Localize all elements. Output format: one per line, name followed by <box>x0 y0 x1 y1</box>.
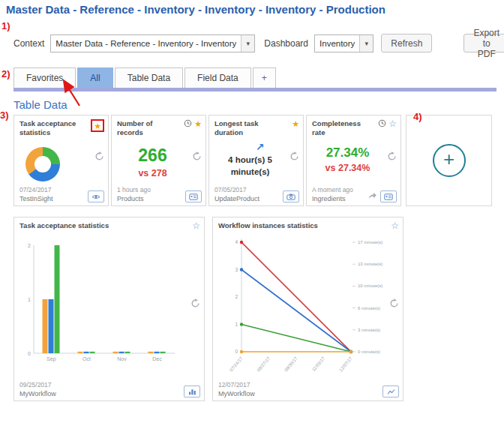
svg-text:10 minute(s): 10 minute(s) <box>358 284 382 289</box>
svg-text:07/24/17: 07/24/17 <box>229 356 244 373</box>
card-title: Task acceptance statistics <box>20 221 109 230</box>
svg-text:0: 0 <box>28 351 31 356</box>
kpi-value: 266 <box>112 146 194 166</box>
card-workflow-instances-chart: Workflow instances statistics ☆ 0123407/… <box>212 217 404 401</box>
card-time: 1 hours ago <box>117 186 151 194</box>
svg-text:Oct: Oct <box>82 356 91 362</box>
bar-chart-icon[interactable] <box>184 386 200 398</box>
svg-text:4: 4 <box>235 239 238 244</box>
svg-text:11/03/17: 11/03/17 <box>311 356 326 373</box>
svg-text:Nov: Nov <box>117 356 127 362</box>
card-source: TestInSight <box>20 195 53 202</box>
card-date: 07/05/2017 <box>214 186 260 194</box>
kpi-value: 27.34% <box>307 146 388 160</box>
id-card-icon[interactable] <box>185 190 202 202</box>
chevron-down-icon: ▾ <box>241 35 254 52</box>
card-source: MyWorkflow <box>218 390 255 398</box>
dashboard-dropdown[interactable]: Inventory ▾ <box>314 34 374 52</box>
card-title: Task acceptance statistics <box>20 119 80 138</box>
line-chart: 0123407/24/1708/27/1709/30/1711/03/1712/… <box>214 233 394 383</box>
bar-chart: 012SepOctNovDec <box>20 239 179 368</box>
card-source: Products <box>117 195 151 202</box>
annotation-2: 2) <box>2 68 10 80</box>
tab-bar: Favorites All Table Data Field Data + <box>14 68 504 88</box>
annotation-box-star: ★ <box>91 119 104 132</box>
card-source: UpdateProduct <box>214 195 260 202</box>
card-title: Completeness rate <box>312 119 372 138</box>
tab-table-data[interactable]: Table Data <box>115 68 183 88</box>
share-icon[interactable] <box>368 189 377 202</box>
card-task-acceptance: Task acceptance statistics ★ 07/24/2017 … <box>14 115 109 206</box>
tab-underline <box>14 88 496 92</box>
refresh-button[interactable]: Refresh <box>381 34 432 52</box>
kpi-value: 4 hour(s) 5 minute(s) <box>218 154 283 178</box>
svg-text:0 minute(s): 0 minute(s) <box>358 350 380 354</box>
favorite-star-icon[interactable]: ☆ <box>388 119 397 128</box>
svg-text:1: 1 <box>235 322 238 327</box>
annotation-1: 1) <box>2 20 10 32</box>
add-widget-card[interactable]: + <box>406 115 492 206</box>
card-source: MyWorkflow <box>20 390 56 398</box>
svg-text:1: 1 <box>28 297 31 302</box>
card-longest-task-duration: Longest task duration ★ ↗ 4 hour(s) 5 mi… <box>208 115 304 206</box>
context-dropdown-value: Master Data - Reference - Inventory - In… <box>56 39 236 48</box>
card-source: Ingredients <box>312 195 353 202</box>
card-title: Number of records <box>117 119 177 138</box>
line-chart-icon[interactable] <box>382 386 399 398</box>
context-label: Context <box>14 38 44 49</box>
annotation-4: 4) <box>413 111 422 122</box>
tab-field-data[interactable]: Field Data <box>184 68 251 88</box>
id-card-icon[interactable] <box>380 190 397 202</box>
eye-icon[interactable] <box>88 190 104 202</box>
favorite-star-icon[interactable]: ★ <box>194 119 202 128</box>
card-completeness-rate: Completeness rate ☆ 27.34% vs 27.34% A m… <box>306 115 401 206</box>
svg-text:13 minute(s): 13 minute(s) <box>358 262 382 267</box>
refresh-icon[interactable] <box>94 152 104 161</box>
svg-text:Dec: Dec <box>152 356 162 362</box>
tab-add[interactable]: + <box>253 68 276 88</box>
dashboard-page: 1) 2) 3) 4) Master Data - Reference - In… <box>0 0 504 432</box>
favorite-star-icon[interactable]: ★ <box>292 119 299 128</box>
svg-text:3: 3 <box>235 267 238 272</box>
trend-up-icon: ↗ <box>209 141 291 153</box>
svg-text:17 minute(s): 17 minute(s) <box>358 240 382 244</box>
plus-icon[interactable]: + <box>433 144 466 177</box>
widgets-row-1: Task acceptance statistics ★ 07/24/2017 … <box>14 115 504 206</box>
widgets-row-2: Task acceptance statistics ☆ 012SepOctNo… <box>14 217 504 401</box>
dashboard-dropdown-value: Inventory <box>320 39 355 48</box>
favorite-star-icon[interactable]: ★ <box>94 122 101 130</box>
dashboard-label: Dashboard <box>264 38 308 49</box>
favorite-star-icon[interactable]: ☆ <box>391 221 399 230</box>
card-date: 09/25/2017 <box>20 381 56 388</box>
svg-text:09/30/17: 09/30/17 <box>284 356 298 373</box>
refresh-icon[interactable] <box>387 152 397 161</box>
svg-text:Sep: Sep <box>46 356 56 362</box>
svg-text:0: 0 <box>235 349 238 354</box>
kpi-comparison: vs 278 <box>112 168 194 178</box>
chevron-down-icon: ▾ <box>359 35 373 52</box>
annotation-arrow-icon <box>57 75 84 108</box>
refresh-icon[interactable] <box>190 298 200 308</box>
refresh-icon[interactable] <box>389 298 399 308</box>
camera-icon[interactable] <box>283 190 299 202</box>
svg-text:3 minute(s): 3 minute(s) <box>358 328 380 332</box>
page-title: Master Data - Reference - Inventory - In… <box>6 3 504 16</box>
svg-text:2: 2 <box>235 294 238 299</box>
export-pdf-button[interactable]: Export to PDF <box>464 34 504 52</box>
card-time: A moment ago <box>312 186 353 194</box>
svg-text:08/27/17: 08/27/17 <box>256 356 272 373</box>
favorite-star-icon[interactable]: ☆ <box>192 221 200 230</box>
card-title: Longest task duration <box>214 119 274 138</box>
svg-text:12/07/17: 12/07/17 <box>338 356 353 373</box>
card-number-of-records: Number of records ★ 266 vs 278 1 hours a… <box>111 115 206 206</box>
donut-chart <box>26 147 60 182</box>
context-dropdown[interactable]: Master Data - Reference - Inventory - In… <box>50 34 255 52</box>
context-bar: Context Master Data - Reference - Invent… <box>14 34 504 52</box>
svg-text:6 minute(s): 6 minute(s) <box>358 306 380 310</box>
annotation-3: 3) <box>0 110 9 121</box>
card-date: 12/07/2017 <box>218 381 255 388</box>
refresh-icon[interactable] <box>192 152 202 161</box>
refresh-icon[interactable] <box>290 152 299 161</box>
kpi-comparison: vs 27.34% <box>307 163 388 173</box>
history-clock-icon <box>184 119 192 128</box>
